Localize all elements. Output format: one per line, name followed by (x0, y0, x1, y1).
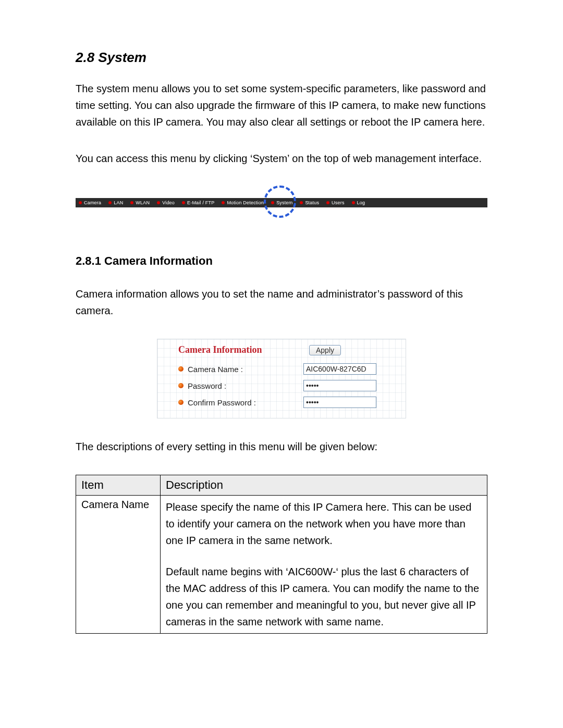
form-row-camera-name: Camera Name : (164, 361, 399, 377)
description-table: Item Description Camera Name Please spec… (76, 475, 487, 634)
bullet-icon (300, 201, 303, 204)
bullet-icon (222, 201, 225, 204)
nav-label: LAN (114, 200, 123, 205)
camera-name-input[interactable] (303, 363, 376, 375)
bullet-icon (108, 201, 112, 204)
nav-label: WLAN (136, 200, 150, 205)
table-header-item: Item (76, 475, 161, 496)
table-header-description: Description (161, 475, 487, 496)
subsection-para: Camera information allows you to set the… (76, 286, 487, 319)
password-input[interactable] (303, 380, 376, 391)
subsection-heading: 2.8.1 Camera Information (76, 254, 487, 268)
table-row: Camera Name Please specify the name of t… (76, 496, 487, 634)
bullet-icon (157, 201, 160, 204)
bullet-icon (352, 201, 355, 204)
confirm-password-input[interactable] (303, 397, 376, 408)
form-row-password: Password : (164, 377, 399, 394)
table-cell-description: Please specify the name of this IP Camer… (161, 496, 487, 634)
nav-item-system[interactable]: System (271, 200, 292, 205)
nav-item-wlan[interactable]: WLAN (130, 200, 150, 205)
table-intro: The descriptions of every setting in thi… (76, 438, 487, 455)
field-label: Confirm Password : (188, 398, 256, 407)
nav-label: Video (162, 200, 175, 205)
nav-item-email-ftp[interactable]: E-Mail / FTP (182, 200, 214, 205)
nav-item-status[interactable]: Status (300, 200, 319, 205)
bullet-icon (79, 201, 82, 204)
section-para-2: You can access this menu by clicking ‘Sy… (76, 150, 487, 167)
nav-label: Camera (84, 200, 101, 205)
nav-label: Log (357, 200, 365, 205)
field-label: Camera Name : (188, 365, 243, 374)
apply-button[interactable]: Apply (309, 345, 341, 355)
form-title: Camera Information (164, 344, 262, 355)
nav-item-lan[interactable]: LAN (108, 200, 123, 205)
form-row-confirm-password: Confirm Password : (164, 394, 399, 411)
table-cell-item: Camera Name (76, 496, 161, 634)
nav-label: Users (332, 200, 345, 205)
nav-screenshot: Camera LAN WLAN Video E-Mail / FTP Motio… (76, 187, 487, 218)
nav-item-users[interactable]: Users (326, 200, 345, 205)
nav-label: System (276, 200, 292, 205)
nav-item-motion-detection[interactable]: Motion Detection (222, 200, 264, 205)
nav-bar: Camera LAN WLAN Video E-Mail / FTP Motio… (76, 198, 487, 207)
bullet-icon (178, 383, 183, 388)
nav-label: E-Mail / FTP (187, 200, 214, 205)
camera-info-form: Camera Information Apply Camera Name : P… (157, 339, 406, 418)
section-para-1: The system menu allows you to set some s… (76, 80, 487, 130)
nav-item-log[interactable]: Log (352, 200, 365, 205)
nav-label: Motion Detection (227, 200, 264, 205)
desc-para-2: Default name begins with ‘AIC600W-‘ plus… (166, 566, 479, 627)
nav-item-video[interactable]: Video (157, 200, 175, 205)
bullet-icon (271, 201, 274, 204)
nav-label: Status (305, 200, 319, 205)
bullet-icon (130, 201, 133, 204)
field-label: Password : (188, 381, 226, 390)
nav-item-camera[interactable]: Camera (79, 200, 101, 205)
desc-para-1: Please specify the name of this IP Camer… (166, 501, 471, 546)
bullet-icon (326, 201, 329, 204)
bullet-icon (182, 201, 185, 204)
section-heading: 2.8 System (76, 50, 487, 66)
bullet-icon (178, 366, 183, 372)
bullet-icon (178, 400, 183, 405)
